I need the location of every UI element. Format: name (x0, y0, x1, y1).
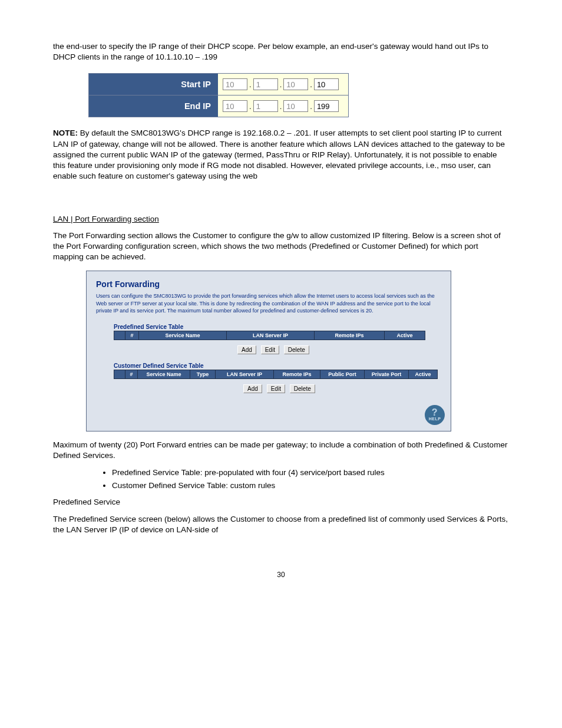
col-lan-server-ip: LAN Server IP (216, 370, 274, 378)
col-active: Active (409, 370, 438, 378)
cust-add-button[interactable]: Add (243, 384, 262, 393)
dot: . (309, 102, 313, 111)
dot: . (279, 80, 283, 89)
col-service-name: Service Name (139, 331, 227, 340)
end-ip-octet-4[interactable] (314, 100, 339, 112)
col-service-name: Service Name (138, 370, 190, 378)
col-remote-ips: Remote IPs (315, 331, 385, 340)
twenty-note: Maximum of twenty (20) Port Forward entr… (53, 440, 509, 461)
col-private-port: Private Port (365, 370, 409, 378)
predefined-body: The Predefined Service screen (below) al… (53, 514, 509, 535)
predef-delete-button[interactable]: Delete (284, 345, 309, 354)
start-ip-octet-4[interactable] (314, 78, 339, 90)
col-blank (114, 331, 125, 340)
predef-add-button[interactable]: Add (237, 345, 256, 354)
end-ip-row: End IP . . . (89, 95, 348, 117)
start-ip-octet-3[interactable] (283, 78, 308, 90)
note-head: NOTE: (53, 129, 78, 137)
cust-edit-button[interactable]: Edit (267, 384, 285, 393)
bullet-item: Predefined Service Table: pre-populated … (112, 467, 509, 479)
dot: . (279, 102, 283, 111)
start-ip-row: Start IP . . . (89, 74, 348, 95)
bullet-list: Predefined Service Table: pre-populated … (112, 467, 509, 491)
end-ip-octet-2[interactable] (253, 100, 278, 112)
predefined-buttons: Add Edit Delete (114, 342, 441, 363)
pf-description: Users can configure the SMC8013WG to pro… (96, 292, 441, 314)
col-type: Type (190, 370, 216, 378)
dot: . (248, 102, 253, 111)
pf-title: Port Forwarding (96, 279, 441, 289)
predefined-caption: Predefined Service Table (114, 324, 441, 330)
cust-delete-button[interactable]: Delete (290, 384, 315, 393)
start-ip-label: Start IP (89, 74, 218, 95)
customer-caption: Customer Defined Service Table (114, 363, 441, 369)
end-ip-octet-3[interactable] (283, 100, 308, 112)
dot: . (309, 80, 313, 89)
start-ip-octet-2[interactable] (253, 78, 278, 90)
col-public-port: Public Port (320, 370, 365, 378)
lan-section-heading: LAN | Port Forwarding section (53, 214, 509, 225)
customer-buttons: Add Edit Delete (114, 381, 441, 401)
ip-range-panel: Start IP . . . End IP . . . (88, 73, 349, 117)
customer-service-table: # Service Name Type LAN Server IP Remote… (114, 370, 438, 379)
predefined-heading: Predefined Service (53, 497, 509, 508)
col-active: Active (385, 331, 425, 340)
start-ip-fields: . . . (218, 74, 348, 95)
end-ip-fields: . . . (218, 95, 348, 117)
help-label: HELP (429, 417, 441, 421)
predefined-service-table: # Service Name LAN Server IP Remote IPs … (114, 331, 425, 340)
predef-edit-button[interactable]: Edit (261, 345, 279, 354)
help-icon: ? (432, 409, 438, 417)
page-number: 30 (53, 571, 509, 579)
end-ip-label: End IP (89, 95, 218, 117)
start-ip-octet-1[interactable] (223, 78, 247, 90)
intro-paragraph: the end-user to specify the IP range of … (53, 41, 509, 62)
pf-intro-paragraph: The Port Forwarding section allows the C… (53, 230, 509, 263)
col-lan-server-ip: LAN Server IP (227, 331, 315, 340)
dot: . (248, 80, 253, 89)
col-remote-ips: Remote IPs (274, 370, 320, 378)
help-button[interactable]: ? HELP (425, 405, 445, 425)
col-num: # (125, 331, 139, 340)
col-blank (114, 370, 125, 378)
note-paragraph: NOTE: By default the SMC8013WG's DHCP ra… (53, 128, 509, 182)
port-forwarding-panel: Port Forwarding Users can configure the … (86, 271, 451, 431)
note-body: By default the SMC8013WG's DHCP range is… (53, 129, 505, 180)
col-num: # (125, 370, 138, 378)
end-ip-octet-1[interactable] (223, 100, 247, 112)
bullet-item: Customer Defined Service Table: custom r… (112, 480, 509, 492)
